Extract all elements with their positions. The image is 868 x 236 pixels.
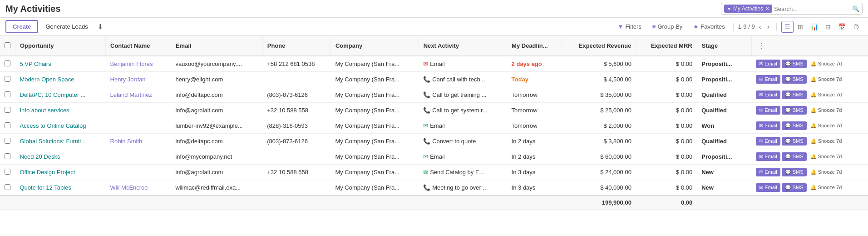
action-snooze-button[interactable]: 🔔 Snooze 7d (808, 90, 844, 99)
contact-link[interactable]: Leland Martinez (110, 91, 153, 98)
email-icon: ✉ (423, 60, 428, 67)
filter-tag-close[interactable]: ✕ (765, 5, 769, 12)
action-sms-button[interactable]: 💬 SMS (782, 75, 807, 84)
generate-leads-button[interactable]: Generate Leads (42, 21, 91, 32)
action-sms-button[interactable]: 💬 SMS (782, 168, 807, 176)
opportunity-link[interactable]: Need 20 Desks (20, 153, 60, 160)
action-email-button[interactable]: ✉ Email (756, 183, 780, 192)
row-company: My Company (San Fra... (330, 72, 419, 87)
col-next-activity[interactable]: Next Activity (419, 36, 507, 56)
calendar-view-button[interactable]: 📅 (835, 21, 849, 33)
groupby-button[interactable]: ≡ Group By (649, 21, 686, 32)
row-checkbox[interactable] (5, 122, 10, 128)
action-snooze-button[interactable]: 🔔 Snooze 7d (808, 121, 844, 130)
contact-link[interactable]: Will McEncroe (110, 184, 148, 191)
favorites-button[interactable]: ★ Favorites (690, 21, 728, 32)
row-checkbox[interactable] (5, 184, 10, 190)
footer-company (330, 196, 419, 210)
row-mrr: $ 0.00 (636, 56, 697, 72)
list-view-button[interactable]: ☰ (781, 21, 794, 33)
action-email-button[interactable]: ✉ Email (756, 106, 780, 115)
action-sms-button[interactable]: 💬 SMS (782, 137, 807, 146)
filter-tag[interactable]: ▼ My Activities ✕ (724, 5, 772, 13)
action-snooze-button[interactable]: 🔔 Snooze 7d (808, 168, 844, 176)
action-email-button[interactable]: ✉ Email (756, 90, 780, 99)
contact-link[interactable]: Henry Jordan (110, 76, 146, 83)
action-sms-button[interactable]: 💬 SMS (782, 152, 807, 161)
col-email[interactable]: Email (171, 36, 262, 56)
contact-link[interactable]: Benjamin Flores (110, 60, 153, 67)
contact-link[interactable]: Robin Smith (110, 138, 143, 145)
col-stage[interactable]: Stage (697, 36, 751, 56)
action-email-button[interactable]: ✉ Email (756, 60, 780, 68)
row-next-activity: ✉Email (419, 149, 507, 165)
row-opportunity: Modern Open Space (15, 72, 106, 87)
action-snooze-button[interactable]: 🔔 Snooze 7d (808, 106, 844, 115)
row-checkbox[interactable] (5, 60, 10, 66)
view-icons: ☰ ⊞ 📊 ⊟ 📅 ⏱ (781, 21, 863, 33)
col-mrr[interactable]: Expected MRR (636, 36, 697, 56)
spreadsheet-view-button[interactable]: ⊟ (822, 21, 834, 33)
row-checkbox[interactable] (5, 91, 10, 97)
chart-view-button[interactable]: 📊 (807, 21, 821, 33)
row-contact: Will McEncroe (106, 180, 171, 196)
action-sms-button[interactable]: 💬 SMS (782, 90, 807, 99)
opportunity-link[interactable]: Info about services (20, 107, 69, 114)
col-revenue[interactable]: Expected Revenue (562, 36, 636, 56)
row-checkbox[interactable] (5, 169, 10, 175)
groupby-label: Group By (657, 23, 682, 30)
action-snooze-button[interactable]: 🔔 Snooze 7d (808, 183, 844, 192)
action-email-button[interactable]: ✉ Email (756, 137, 780, 146)
activity-text: Email (430, 153, 445, 160)
row-checkbox[interactable] (5, 138, 10, 144)
opportunity-link[interactable]: Office Design Project (20, 169, 75, 176)
action-snooze-button[interactable]: 🔔 Snooze 7d (808, 75, 844, 84)
row-opportunity: Global Solutions: Furnit... (15, 134, 106, 149)
action-snooze-button[interactable]: 🔔 Snooze 7d (808, 60, 844, 68)
row-stage: Won (697, 118, 751, 134)
col-deadline[interactable]: My Deadlin... (507, 36, 562, 56)
opportunity-link[interactable]: DeltaPC: 10 Computer ... (20, 91, 86, 98)
action-sms-button[interactable]: 💬 SMS (782, 183, 807, 192)
footer-activity (419, 196, 507, 210)
opportunity-link[interactable]: Quote for 12 Tables (20, 184, 71, 191)
col-phone[interactable]: Phone (262, 36, 330, 56)
action-email-button[interactable]: ✉ Email (756, 152, 780, 161)
select-all-checkbox[interactable] (5, 42, 10, 48)
action-sms-button[interactable]: 💬 SMS (782, 60, 807, 68)
row-checkbox[interactable] (5, 153, 10, 159)
action-sms-button[interactable]: 💬 SMS (782, 106, 807, 115)
action-email-button[interactable]: ✉ Email (756, 168, 780, 176)
row-checkbox-cell (0, 149, 15, 165)
table-row: Access to Online Cataloglumber-inv92@exa… (0, 118, 868, 134)
row-checkbox[interactable] (5, 76, 10, 82)
create-button[interactable]: Create (5, 20, 38, 33)
opportunity-link[interactable]: Modern Open Space (20, 76, 74, 83)
row-email: info@agrolait.com (171, 165, 262, 180)
row-email: info@mycompany.net (171, 149, 262, 165)
action-snooze-button[interactable]: 🔔 Snooze 7d (808, 152, 844, 161)
search-input[interactable] (772, 5, 852, 12)
action-snooze-button[interactable]: 🔔 Snooze 7d (808, 137, 844, 146)
next-page-button[interactable]: › (765, 22, 772, 31)
more-columns-button[interactable]: ⋮ (756, 40, 767, 52)
filters-button[interactable]: ▼ Filters (614, 21, 645, 32)
row-phone: +32 10 588 558 (262, 165, 330, 180)
col-contact[interactable]: Contact Name (106, 36, 171, 56)
clock-view-button[interactable]: ⏱ (850, 21, 863, 33)
prev-page-button[interactable]: ‹ (757, 22, 764, 31)
action-email-button[interactable]: ✉ Email (756, 121, 780, 130)
email-green-icon: ✉ (423, 169, 428, 176)
action-sms-button[interactable]: 💬 SMS (782, 121, 807, 130)
opportunity-link[interactable]: Access to Online Catalog (20, 122, 86, 129)
action-email-button[interactable]: ✉ Email (756, 75, 780, 84)
opportunity-link[interactable]: 5 VP Chairs (20, 60, 51, 67)
opportunity-link[interactable]: Global Solutions: Furnit... (20, 138, 86, 145)
col-opportunity[interactable]: Opportunity (15, 36, 106, 56)
col-company[interactable]: Company (330, 36, 419, 56)
row-phone: (803)-873-6126 (262, 87, 330, 103)
search-icon[interactable]: 🔍 (852, 5, 859, 12)
kanban-view-button[interactable]: ⊞ (794, 21, 806, 33)
download-button[interactable]: ⬇ (95, 20, 106, 33)
row-checkbox[interactable] (5, 107, 10, 113)
